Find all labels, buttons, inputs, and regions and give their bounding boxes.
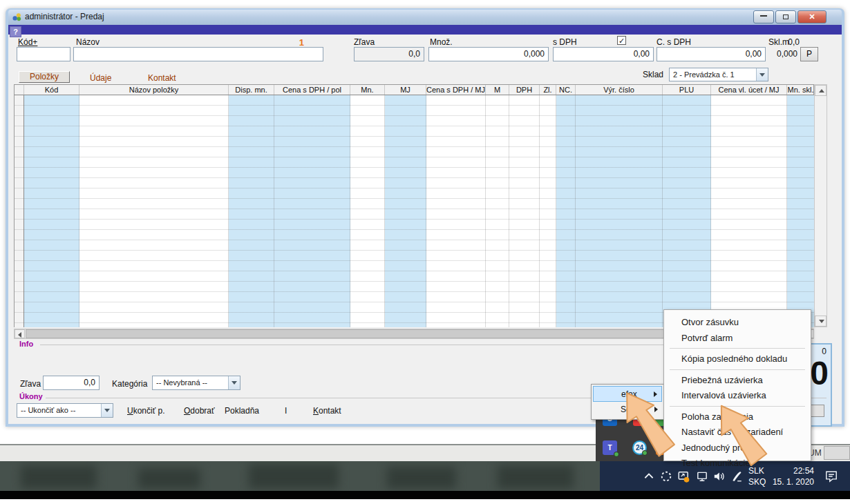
sklad-select[interactable]: 2 - Prevádzka č. 1 [669, 68, 768, 81]
action-button-kontakt[interactable]: Kontakt [313, 406, 341, 416]
chevron-down-icon[interactable] [756, 68, 768, 81]
zlava-field: 0,0 [354, 47, 424, 61]
chevron-down-icon[interactable] [101, 404, 113, 417]
column-header[interactable]: Disp. mn. [229, 85, 274, 95]
column-header[interactable]: Zl. [540, 85, 556, 95]
ukony-group-label: Úkony [19, 392, 43, 400]
column-header[interactable]: MJ [385, 85, 426, 95]
table-header-gutter [15, 85, 24, 95]
network-icon[interactable] [696, 470, 708, 483]
maximize-button[interactable] [775, 10, 796, 23]
remote-desktop-icon[interactable] [677, 470, 690, 483]
csdph-field[interactable]: 0,00 [657, 47, 766, 61]
chevron-down-icon[interactable] [228, 376, 240, 389]
item-counter: 1 [283, 37, 304, 48]
notification-icon[interactable] [824, 469, 838, 483]
ukoncit-ako-select[interactable]: -- Ukončiť ako -- [17, 403, 113, 418]
titlebar[interactable] [8, 10, 842, 25]
kod-label: Kód+ [18, 37, 37, 47]
action-button-i[interactable]: I [285, 406, 287, 416]
tab-kontakt[interactable]: Kontakt [148, 73, 176, 83]
sdph-label: s DPH [553, 37, 577, 47]
mnoz-field[interactable]: 0,000 [428, 47, 549, 61]
help-button[interactable]: ? [10, 26, 21, 37]
kategoria-value: -- Nevybraná -- [156, 378, 207, 387]
ukoncit-ako-value: -- Ukončiť ako -- [21, 406, 75, 414]
action-button-ukon-i-p-[interactable]: Ukončiť p. [127, 406, 165, 416]
detail-zlava-field[interactable]: 0,0 [43, 376, 100, 390]
vertical-scrollbar[interactable] [814, 84, 827, 327]
pointer-arrow-icon [608, 383, 684, 463]
scroll-up-button[interactable] [815, 85, 827, 96]
table-body[interactable] [14, 95, 814, 327]
column-header[interactable]: Cena s DPH / MJ [426, 85, 486, 95]
sklad-label: Sklad [643, 70, 663, 79]
submenu-item-potvrď-alarm[interactable]: Potvrď alarm [664, 331, 811, 347]
kategoria-select[interactable]: -- Nevybraná -- [152, 376, 240, 390]
scroll-down-button[interactable] [815, 316, 827, 327]
detail-zlava-label: Zľava [20, 379, 41, 389]
column-header[interactable]: Výr. číslo [576, 85, 663, 95]
column-header[interactable]: DPH [509, 85, 540, 95]
action-button-odobra-[interactable]: Odobrať [184, 406, 215, 416]
menu-bar [8, 25, 842, 35]
nazov-input[interactable] [73, 47, 323, 61]
total-big-value: 0 [810, 354, 829, 392]
sklm-top-value: 0,0 [775, 37, 800, 47]
volume-icon[interactable] [712, 470, 725, 483]
csdph-label: C. s DPH [657, 37, 691, 47]
menu-separator [670, 369, 805, 370]
column-header[interactable]: PLU [663, 85, 711, 95]
kategoria-label: Kategória [112, 379, 147, 389]
sklm-value: 0,000 [767, 49, 797, 59]
clock-date[interactable]: 15. 1. 2020 [760, 477, 814, 487]
submenu-item-priebežná-uzávierka[interactable]: Priebežná uzávierka [664, 373, 811, 389]
column-header[interactable]: M [486, 85, 509, 95]
info-group-label: Info [19, 340, 33, 348]
nazov-label: Názov [76, 37, 100, 47]
table-row-lines [15, 95, 815, 327]
window-title: administrátor - Predaj [25, 12, 104, 21]
column-header[interactable]: Mn. [350, 85, 385, 95]
table-header: KódNázov položkyDisp. mn.Cena s DPH / po… [14, 84, 814, 95]
app-icon [12, 12, 22, 22]
zlava-label: Zľava [354, 37, 375, 47]
mnoz-label: Množ. [430, 37, 453, 47]
submenu-item-kópia-posledného-dokladu[interactable]: Kópia posledného dokladu [664, 351, 811, 367]
action-button-poklad-a[interactable]: Pokladňa [225, 406, 259, 416]
dotted-circle-icon[interactable] [660, 470, 672, 483]
scroll-left-button[interactable] [15, 329, 25, 338]
chevron-up-icon[interactable] [643, 470, 655, 483]
scrollbar-thumb[interactable] [26, 329, 754, 338]
kod-input[interactable] [17, 47, 70, 61]
p-button[interactable]: P [800, 47, 818, 61]
sdph-checkbox[interactable]: ✓ [617, 36, 626, 45]
column-header[interactable]: Cena s DPH / pol [274, 85, 350, 95]
column-header[interactable]: Cena vl. úcet / MJ [711, 85, 787, 95]
pen-icon[interactable] [730, 470, 743, 483]
tab-udaje[interactable]: Údaje [90, 73, 111, 83]
column-header[interactable]: Mn. skl. [787, 85, 815, 95]
close-button[interactable]: ✕ [797, 10, 827, 23]
sklad-value: 2 - Prevádzka č. 1 [673, 70, 735, 79]
menu-separator [670, 348, 805, 349]
pointer-arrow-icon [701, 399, 777, 468]
background-partial-box [824, 446, 850, 460]
column-header[interactable]: Názov položky [79, 85, 229, 95]
column-header[interactable]: Kód [24, 85, 79, 95]
taskbar-blurred-region [0, 461, 600, 491]
submenu-item-otvor-zásuvku[interactable]: Otvor zásuvku [664, 315, 811, 331]
column-header[interactable]: NC. [556, 85, 576, 95]
tab-polozky[interactable]: Položky [19, 71, 70, 83]
minimize-button[interactable] [753, 10, 774, 23]
screen-bottom-black-strip [0, 491, 850, 499]
screen: UM SLK SKQ 22:54 15. 1. 2020 [0, 0, 850, 504]
sdph-field[interactable]: 0,00 [553, 47, 654, 61]
